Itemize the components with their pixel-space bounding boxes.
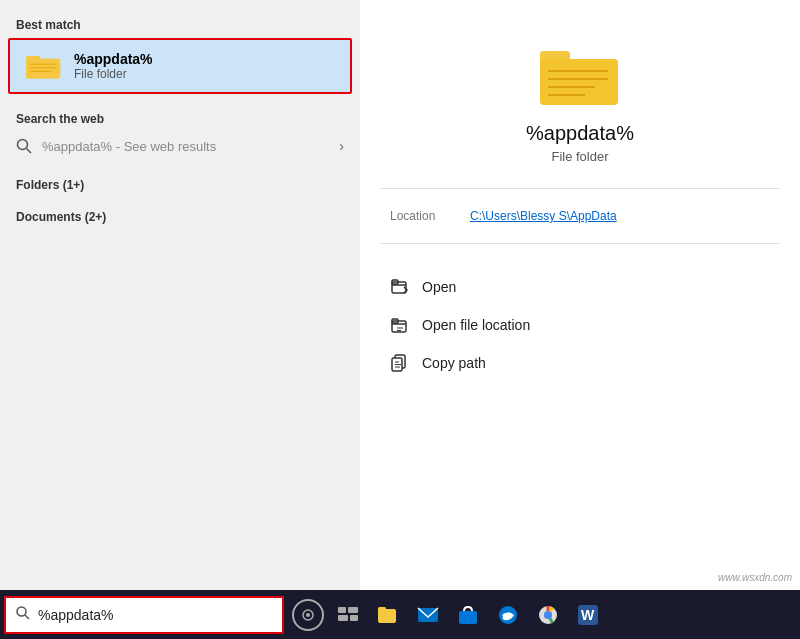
svg-rect-30	[378, 607, 386, 612]
word-button[interactable]: W	[568, 595, 608, 635]
folders-label[interactable]: Folders (1+)	[16, 178, 344, 192]
open-action[interactable]: Open	[380, 268, 780, 306]
divider	[380, 188, 780, 189]
svg-rect-10	[540, 59, 618, 105]
taskbar: %appdata%	[0, 590, 800, 639]
documents-section: Documents (2+)	[0, 204, 360, 226]
open-label: Open	[422, 279, 456, 295]
svg-rect-26	[348, 607, 358, 613]
task-view-button[interactable]	[328, 595, 368, 635]
file-explorer-button[interactable]	[368, 595, 408, 635]
open-file-location-icon	[390, 315, 410, 335]
web-search-label: Search the web	[0, 106, 360, 130]
edge-button[interactable]	[488, 595, 528, 635]
location-value[interactable]: C:\Users\Blessy S\AppData	[470, 209, 617, 223]
folder-icon-large	[540, 40, 620, 110]
web-search-text: %appdata% - See web results	[42, 139, 339, 154]
app-type: File folder	[551, 149, 608, 164]
store-button[interactable]	[448, 595, 488, 635]
svg-rect-2	[26, 59, 60, 79]
right-panel: %appdata% File folder Location C:\Users\…	[360, 0, 800, 590]
action-list: Open Open file location	[380, 268, 780, 382]
copy-path-label: Copy path	[422, 355, 486, 371]
open-file-location-action[interactable]: Open file location	[380, 306, 780, 344]
cortana-button[interactable]	[292, 599, 324, 631]
taskbar-search[interactable]: %appdata%	[4, 596, 284, 634]
chrome-button[interactable]	[528, 595, 568, 635]
taskbar-search-text: %appdata%	[38, 607, 114, 623]
svg-line-22	[25, 615, 29, 619]
divider2	[380, 243, 780, 244]
svg-rect-28	[350, 615, 358, 621]
svg-line-7	[27, 149, 32, 154]
web-search-item[interactable]: %appdata% - See web results ›	[0, 130, 360, 162]
location-label: Location	[390, 209, 470, 223]
best-match-text: %appdata% File folder	[74, 51, 153, 81]
folder-icon-small	[26, 48, 62, 84]
copy-path-action[interactable]: Copy path	[380, 344, 780, 382]
svg-rect-27	[338, 615, 348, 621]
mail-button[interactable]	[408, 595, 448, 635]
svg-rect-25	[338, 607, 346, 613]
watermark: www.wsxdn.com	[718, 572, 792, 583]
best-match-item[interactable]: %appdata% File folder	[8, 38, 352, 94]
documents-label[interactable]: Documents (2+)	[16, 210, 344, 224]
open-file-location-label: Open file location	[422, 317, 530, 333]
app-title: %appdata%	[526, 122, 634, 145]
best-match-title: %appdata%	[74, 51, 153, 67]
open-icon	[390, 277, 410, 297]
svg-text:W: W	[581, 607, 595, 623]
svg-rect-32	[459, 611, 477, 624]
best-match-label: Best match	[0, 12, 360, 36]
chevron-right-icon: ›	[339, 138, 344, 154]
start-menu: Best match %appdata% File folder Search …	[0, 0, 800, 590]
svg-point-21	[17, 607, 26, 616]
left-panel: Best match %appdata% File folder Search …	[0, 0, 360, 590]
svg-point-24	[306, 613, 310, 617]
location-row: Location C:\Users\Blessy S\AppData	[380, 205, 780, 227]
folders-section: Folders (1+)	[0, 172, 360, 194]
taskbar-search-icon	[16, 606, 30, 623]
copy-path-icon	[390, 353, 410, 373]
best-match-subtitle: File folder	[74, 67, 153, 81]
search-icon	[16, 138, 32, 154]
svg-point-6	[18, 140, 28, 150]
svg-point-35	[544, 611, 552, 619]
